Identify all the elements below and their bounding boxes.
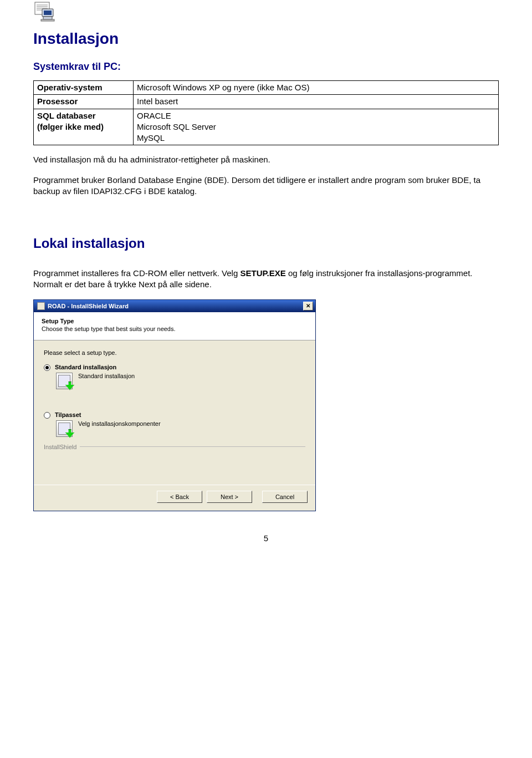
wizard-header-subtitle: Choose the setup type that best suits yo… — [42, 325, 308, 332]
wizard-button-row: < Back Next > Cancel — [34, 485, 315, 511]
paragraph-bde: Programmet bruker Borland Database Engin… — [33, 175, 499, 197]
paragraph-local-install: Programmet installeres fra CD-ROM eller … — [33, 268, 499, 291]
divider — [80, 446, 305, 447]
package-install-icon — [56, 420, 73, 437]
svg-rect-8 — [41, 19, 54, 21]
page-number: 5 — [33, 533, 499, 543]
svg-rect-7 — [43, 17, 52, 19]
next-button[interactable]: Next > — [207, 491, 252, 503]
req-row-value: Microsoft Windows XP og nyere (ikke Mac … — [134, 81, 499, 95]
wizard-header-title: Setup Type — [42, 318, 308, 324]
wizard-title: ROAD - InstallShield Wizard — [48, 303, 129, 309]
installshield-branding: InstallShield — [44, 441, 305, 455]
req-row-label: Operativ-system — [34, 81, 134, 95]
svg-rect-6 — [44, 11, 52, 15]
setup-option-standard[interactable]: Standard installasjon Standard installas… — [44, 364, 305, 389]
package-install-icon — [56, 373, 73, 389]
subheading-systemkrav: Systemkrav til PC: — [33, 61, 499, 73]
req-row-value: ORACLEMicrosoft SQL ServerMySQL — [134, 109, 499, 145]
cancel-button[interactable]: Cancel — [262, 491, 308, 503]
option-standard-title: Standard installasjon — [55, 364, 305, 370]
wizard-titlebar: ROAD - InstallShield Wizard ✕ — [34, 300, 315, 312]
wizard-header: Setup Type Choose the setup type that be… — [34, 312, 315, 340]
setup-option-custom[interactable]: Tilpasset Velg installasjonskomponenter — [44, 411, 305, 437]
paragraph-admin-rights: Ved installasjon må du ha administrator-… — [33, 154, 499, 165]
wizard-app-icon — [37, 302, 45, 310]
req-row-label: Prosessor — [34, 95, 134, 109]
option-custom-title: Tilpasset — [55, 411, 305, 418]
radio-custom[interactable] — [44, 412, 50, 419]
document-computer-icon — [33, 0, 57, 23]
close-button[interactable]: ✕ — [303, 302, 313, 311]
brand-label: InstallShield — [44, 444, 76, 450]
req-row-label: SQL databaser(følger ikke med) — [34, 109, 134, 145]
req-row-value: Intel basert — [134, 95, 499, 109]
wizard-body: Please select a setup type. Standard ins… — [34, 340, 315, 485]
radio-standard[interactable] — [44, 364, 50, 371]
option-standard-desc: Standard installasjon — [78, 373, 135, 379]
wizard-prompt: Please select a setup type. — [44, 349, 305, 356]
installshield-wizard-dialog: ROAD - InstallShield Wizard ✕ Setup Type… — [33, 299, 316, 511]
heading-installasjon: Installasjon — [33, 30, 499, 48]
heading-lokal-installasjon: Lokal installasjon — [33, 236, 499, 251]
text-segment: Programmet installeres fra CD-ROM eller … — [33, 268, 240, 278]
system-requirements-table: Operativ-systemMicrosoft Windows XP og n… — [33, 80, 499, 145]
option-custom-desc: Velg installasjonskomponenter — [78, 420, 161, 427]
setup-exe-label: SETUP.EXE — [240, 268, 285, 278]
back-button[interactable]: < Back — [157, 491, 202, 503]
